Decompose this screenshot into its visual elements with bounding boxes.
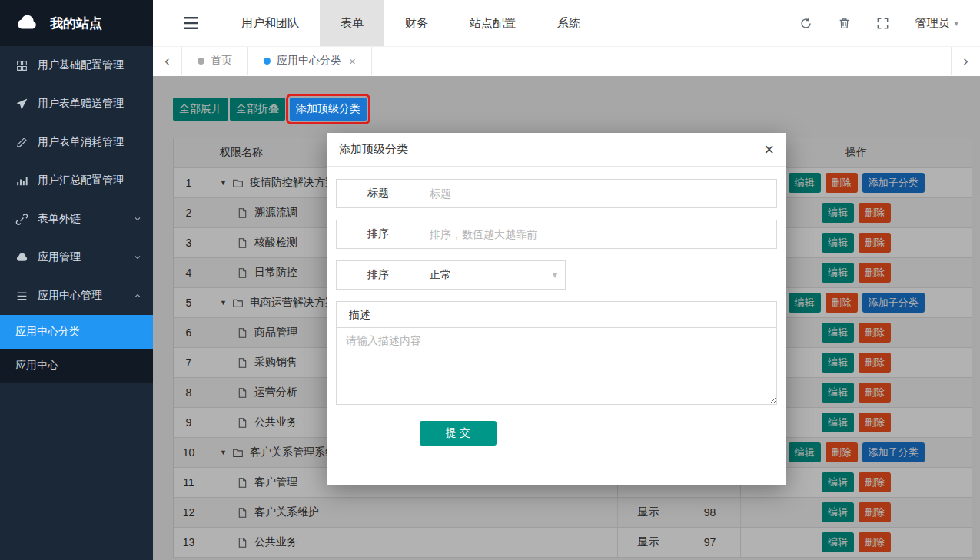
tabs-scroll-right-icon[interactable]: › (951, 47, 980, 75)
site-name: 我的站点 (50, 15, 102, 32)
topnav-item-2[interactable]: 财务 (384, 0, 449, 46)
sidebar-item-label: 应用中心管理 (38, 289, 102, 303)
content-area: 全部展开 全部折叠 添加顶级分类 权限名称 操作 1▼疫情防控解决方案编辑删除添… (153, 76, 980, 560)
user-menu[interactable]: 管理员 ▾ (915, 16, 958, 31)
tab-bar: ‹ 首页应用中心分类× › (153, 46, 980, 75)
modal-header: 添加顶级分类 × (327, 133, 786, 167)
sidebar-item-1[interactable]: 用户表单赠送管理 (0, 84, 153, 123)
grid-icon (15, 59, 28, 72)
sidebar-item-3[interactable]: 用户汇总配置管理 (0, 161, 153, 200)
tab-dot (198, 58, 204, 65)
site-logo[interactable]: 我的站点 (0, 0, 153, 46)
sort-field-row: 排序 (336, 220, 777, 249)
app-root: 我的站点 用户基础配置管理用户表单赠送管理用户表单消耗管理用户汇总配置管理表单外… (0, 0, 980, 560)
tab-label: 首页 (211, 54, 232, 68)
tabs-scroll-left-icon[interactable]: ‹ (153, 47, 182, 75)
chevron-up-icon (133, 291, 142, 300)
sidebar-item-label: 用户表单消耗管理 (38, 135, 124, 149)
sidebar-subitem-0[interactable]: 应用中心分类 (0, 315, 153, 349)
submit-button[interactable]: 提 交 (420, 421, 497, 446)
sidebar-item-label: 用户基础配置管理 (38, 58, 124, 72)
top-actions: 管理员 ▾ (799, 16, 980, 31)
close-tab-icon[interactable]: × (349, 55, 356, 68)
list-icon (15, 290, 28, 303)
add-category-modal: 添加顶级分类 × 标题 排序 排序 正常 ▾ (327, 133, 786, 485)
topnav-item-4[interactable]: 系统 (537, 0, 601, 46)
description-field: 描述 (336, 301, 777, 405)
menu-toggle-icon[interactable] (182, 14, 201, 32)
sidebar-menu: 用户基础配置管理用户表单赠送管理用户表单消耗管理用户汇总配置管理表单外链应用管理… (0, 46, 153, 315)
sidebar-item-label: 用户汇总配置管理 (38, 174, 124, 187)
cloud-icon (15, 251, 28, 264)
chart-icon (15, 174, 28, 187)
close-icon[interactable]: × (764, 141, 774, 158)
sidebar-item-0[interactable]: 用户基础配置管理 (0, 46, 153, 84)
topnav-item-0[interactable]: 用户和团队 (221, 0, 320, 46)
send-icon (15, 98, 28, 111)
open-tabs: 首页应用中心分类× (182, 47, 372, 75)
chevron-down-icon: ▾ (954, 18, 958, 28)
title-field-row: 标题 (336, 179, 777, 208)
status-field-row: 排序 正常 ▾ (336, 260, 777, 290)
top-navbar: 用户和团队表单财务站点配置系统 管理员 ▾ (153, 0, 980, 46)
sidebar-subitem-1[interactable]: 应用中心 (0, 349, 153, 383)
sidebar-item-label: 表单外链 (38, 212, 81, 226)
trash-icon[interactable] (838, 17, 851, 30)
chevron-down-icon (133, 253, 142, 262)
sidebar-submenu: 应用中心分类应用中心 (0, 315, 153, 383)
tab-1[interactable]: 应用中心分类× (248, 47, 372, 75)
sidebar-item-4[interactable]: 表单外链 (0, 200, 153, 238)
user-label: 管理员 (915, 16, 949, 31)
topnav-item-1[interactable]: 表单 (320, 0, 384, 46)
modal-body: 标题 排序 排序 正常 ▾ 描述 提 交 (327, 167, 786, 446)
description-textarea[interactable] (337, 328, 776, 404)
chevron-down-icon: ▾ (553, 270, 557, 280)
sidebar-item-6[interactable]: 应用中心管理 (0, 277, 153, 315)
title-field-label: 标题 (336, 179, 420, 208)
sidebar-item-5[interactable]: 应用管理 (0, 238, 153, 277)
link-icon (15, 213, 28, 226)
sidebar-item-2[interactable]: 用户表单消耗管理 (0, 123, 153, 161)
status-select-value: 正常 (430, 268, 451, 282)
topnav-item-3[interactable]: 站点配置 (449, 0, 537, 46)
tab-dot (264, 58, 271, 65)
sort-input[interactable] (420, 220, 777, 249)
sidebar-item-label: 应用管理 (38, 250, 81, 264)
chevron-down-icon (133, 214, 142, 224)
status-field-label: 排序 (336, 260, 420, 290)
pen-icon (15, 136, 28, 149)
sort-field-label: 排序 (336, 220, 420, 249)
tab-0[interactable]: 首页 (182, 47, 248, 75)
fullscreen-icon[interactable] (876, 17, 889, 30)
cloud-logo-icon (12, 12, 42, 35)
sidebar: 我的站点 用户基础配置管理用户表单赠送管理用户表单消耗管理用户汇总配置管理表单外… (0, 0, 153, 560)
add-top-category-button[interactable]: 添加顶级分类 (290, 98, 367, 121)
top-menu: 用户和团队表单财务站点配置系统 (221, 0, 601, 46)
status-select[interactable]: 正常 ▾ (420, 260, 566, 290)
description-field-label: 描述 (337, 302, 776, 328)
sidebar-item-label: 用户表单赠送管理 (38, 97, 124, 111)
refresh-icon[interactable] (799, 17, 812, 30)
tab-label: 应用中心分类 (277, 54, 341, 68)
title-input[interactable] (420, 179, 777, 208)
modal-title: 添加顶级分类 (339, 142, 408, 157)
